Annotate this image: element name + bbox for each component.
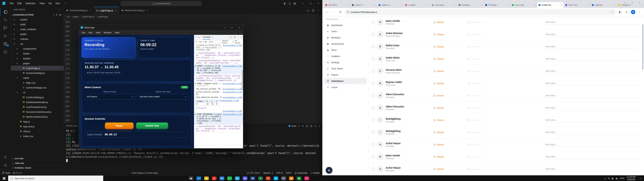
warnings-counter[interactable]: ⚠ 1 bbox=[229, 36, 232, 38]
console-output[interactable]: iso=2026-01-09T05:30:13.014Z | tz=Asia/D… bbox=[194, 44, 243, 145]
close-tab-icon[interactable]: × bbox=[374, 4, 376, 6]
log-source-link[interactable]: ScreenshotApp.js:281 bbox=[223, 110, 242, 112]
close-tab-icon[interactable]: × bbox=[508, 4, 509, 6]
new-file-icon[interactable]: + bbox=[53, 14, 54, 16]
minimize-button[interactable]: ─ bbox=[621, 0, 628, 5]
more-tabs-icon[interactable]: » bbox=[212, 36, 213, 38]
task-select[interactable]: trial from naim sheikh bbox=[138, 94, 188, 100]
maximize-button[interactable]: □ bbox=[307, 0, 314, 7]
extensions-icon[interactable]: ◳ bbox=[624, 10, 629, 14]
row-checkbox[interactable] bbox=[372, 45, 375, 48]
taskbar-app-icon[interactable]: e bbox=[195, 176, 202, 181]
search-sidebar-icon[interactable] bbox=[0, 16, 10, 24]
row-checkbox[interactable] bbox=[372, 94, 375, 97]
close-tab-icon[interactable]: × bbox=[401, 4, 402, 6]
notes-input[interactable]: Add notes... bbox=[546, 167, 640, 171]
tree-item[interactable]: # login.css bbox=[11, 80, 64, 85]
status-item[interactable]: CRLF bbox=[286, 172, 292, 174]
explorer-more-icon[interactable]: ⋯ bbox=[59, 8, 61, 11]
taskbar-app-icon[interactable]: ✉ bbox=[218, 176, 226, 181]
split-editor-icon[interactable]: ◫ bbox=[288, 2, 292, 5]
row-checkbox[interactable] bbox=[372, 143, 375, 146]
notes-input[interactable]: Add notes... bbox=[546, 106, 640, 110]
browser-tab[interactable]: Apploye × bbox=[590, 2, 617, 8]
taskbar-app-icon[interactable]: ▤ bbox=[187, 176, 195, 181]
maximize-button[interactable]: □ bbox=[228, 25, 236, 30]
terminal-instance[interactable]: node bbox=[289, 125, 296, 127]
taskbar-app-icon[interactable]: {} bbox=[234, 176, 241, 181]
accounts-icon[interactable] bbox=[0, 153, 10, 161]
status-item[interactable]: Ln 277, Col 1 bbox=[247, 172, 260, 174]
panel-tab[interactable]: PROBLEMS bbox=[66, 123, 78, 128]
tree-item[interactable]: JS App.js bbox=[11, 119, 64, 124]
tree-item[interactable]: ▸ hooks bbox=[11, 51, 64, 56]
sidebar-nav-item[interactable]: ▣ Screenshots bbox=[324, 41, 366, 47]
close-tab-icon[interactable]: × bbox=[614, 4, 616, 6]
breadcrumb-item[interactable]: src bbox=[67, 16, 73, 18]
browser-tab[interactable]: localhost... × bbox=[457, 2, 484, 8]
log-source-link[interactable]: ScreenshotApp.js:269 bbox=[220, 100, 239, 102]
terminal-dropdown-icon[interactable]: ▾ bbox=[302, 125, 304, 127]
close-tab-icon[interactable]: × bbox=[588, 4, 589, 6]
close-tab-icon[interactable] bbox=[147, 9, 148, 12]
log-source-link[interactable]: ScreenshotApp.js:266 bbox=[223, 88, 242, 90]
notes-input[interactable]: Add notes... bbox=[546, 20, 640, 24]
clear-console-icon[interactable]: ⊘ bbox=[195, 40, 197, 43]
menu-item[interactable]: View bbox=[38, 1, 46, 6]
notes-input[interactable]: Add notes... bbox=[546, 32, 640, 37]
menu-item[interactable]: Edit bbox=[87, 31, 94, 34]
status-item[interactable]: {} JavaScript bbox=[295, 172, 307, 174]
taskbar-app-icon[interactable]: ▦ bbox=[202, 176, 210, 181]
editor-tab[interactable]: JS ScreenshotApp.js bbox=[64, 7, 94, 14]
row-checkbox[interactable] bbox=[372, 82, 375, 85]
tree-item[interactable]: # screenshotapp.css bbox=[11, 85, 64, 90]
log-source-link[interactable]: ScreenshotApp.js:161 bbox=[223, 113, 242, 116]
row-checkbox[interactable] bbox=[372, 70, 375, 72]
tree-item[interactable]: JS App.test.js bbox=[11, 124, 64, 129]
split-editor-icon[interactable]: ◫ bbox=[312, 9, 314, 12]
row-checkbox[interactable] bbox=[372, 155, 375, 158]
notes-input[interactable]: Add notes... bbox=[546, 93, 640, 98]
command-center-search[interactable]: screenelectron bbox=[121, 1, 202, 6]
notes-input[interactable]: Add notes... bbox=[546, 118, 640, 122]
tree-item[interactable]: ▾ styles bbox=[11, 76, 64, 80]
console-filter-input[interactable]: Filter bbox=[208, 40, 221, 43]
tray-icon[interactable]: ◉ bbox=[616, 177, 618, 180]
customize-layout-icon[interactable]: ▦ bbox=[293, 2, 297, 5]
browser-tab[interactable]: Create Ne... × bbox=[537, 2, 564, 8]
editor-tab[interactable]: JS WorkContextApp.js bbox=[119, 7, 151, 14]
taskbar-app-icon[interactable]: ✂ bbox=[280, 176, 288, 181]
sidebar-nav-item[interactable]: ◔ Analytics bbox=[324, 53, 366, 59]
taskbar-app-icon[interactable]: ▣ bbox=[288, 176, 295, 181]
notes-input[interactable]: Add notes... bbox=[546, 142, 640, 147]
settings-gear-icon[interactable] bbox=[0, 161, 10, 169]
tree-item[interactable]: ▾ ui bbox=[11, 90, 64, 95]
toggle-panel-icon[interactable]: ◧ bbox=[283, 2, 287, 5]
sidebar-nav-item[interactable]: ✔ Tasks bbox=[324, 28, 366, 34]
browser-tab[interactable]: Lovable × bbox=[404, 2, 430, 8]
side-panel-icon[interactable]: ◧ bbox=[618, 10, 622, 14]
clock[interactable]: 11:30 AM 1/9/2026 bbox=[627, 176, 636, 181]
tree-item[interactable]: JS SessionControlsCard.js bbox=[11, 110, 64, 114]
run-file-icon[interactable]: ▷ bbox=[308, 9, 310, 12]
profile-avatar[interactable]: A bbox=[631, 10, 635, 14]
devtools-scrollbar[interactable] bbox=[242, 70, 243, 90]
close-panel-icon[interactable]: × bbox=[319, 125, 320, 127]
close-tab-icon[interactable]: × bbox=[348, 4, 349, 6]
sidebar-nav-item[interactable]: ◴ Time Sheet bbox=[324, 66, 366, 72]
menu-item[interactable]: Selection bbox=[24, 1, 38, 6]
status-item[interactable]: ✓ Prettier bbox=[310, 172, 320, 174]
row-checkbox[interactable] bbox=[372, 33, 375, 36]
row-checkbox[interactable] bbox=[372, 21, 375, 24]
notes-input[interactable]: Add notes... bbox=[546, 57, 640, 61]
back-button[interactable]: ← bbox=[324, 10, 330, 14]
close-tab-icon[interactable]: × bbox=[454, 4, 456, 6]
site-info-icon[interactable]: ⓘ bbox=[347, 10, 349, 14]
kill-terminal-icon[interactable]: ⊟ bbox=[310, 125, 312, 127]
remote-explorer-icon[interactable] bbox=[0, 48, 10, 56]
sidebar-nav-item[interactable]: ↦ Leave bbox=[324, 84, 366, 90]
menu-item[interactable]: File bbox=[8, 1, 16, 6]
tree-item[interactable]: ▸ public bbox=[11, 32, 64, 36]
notes-input[interactable]: Add notes... bbox=[546, 130, 640, 134]
sidebar-nav-item[interactable]: ▤ Meetings bbox=[324, 34, 366, 41]
